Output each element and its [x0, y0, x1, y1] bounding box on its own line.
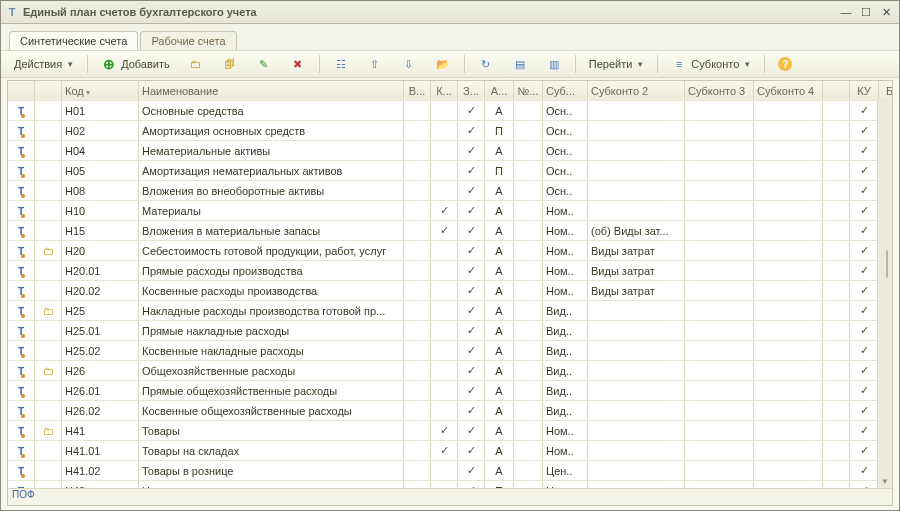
actions-menu[interactable]: Действия▼ — [7, 53, 81, 75]
level-up-button[interactable]: ⇧ — [360, 53, 390, 75]
table-row[interactable]: ТН02Амортизация основных средств✓ПОсн..✓… — [8, 121, 892, 141]
table-row[interactable]: ТН20.01Прямые расходы производства✓АНом.… — [8, 261, 892, 281]
col-folder[interactable] — [35, 81, 62, 101]
table-row[interactable]: ТН26.01Прямые общехозяйственные расходы✓… — [8, 381, 892, 401]
col-sub2[interactable]: Субконто 2 — [588, 81, 685, 101]
table-row[interactable]: ТН41.01Товары на складах✓✓АНом..✓✓✓ — [8, 441, 892, 461]
table-row[interactable]: ТН15Вложения в материальные запасы✓✓АНом… — [8, 221, 892, 241]
row-icon-cell: Т — [8, 161, 35, 181]
table-row[interactable]: Т🗀Н25Накладные расходы производства гото… — [8, 301, 892, 321]
separator — [764, 55, 765, 73]
s1-cell: Вид.. — [543, 361, 588, 381]
s1-cell: Вид.. — [543, 381, 588, 401]
folder-cell: 🗀 — [35, 301, 62, 321]
vertical-scrollbar[interactable]: ▼ — [877, 101, 892, 488]
col-code[interactable]: Код▾ — [62, 81, 139, 101]
s4-cell — [754, 361, 823, 381]
table-row[interactable]: Т🗀Н20Себестоимость готовой продукции, ра… — [8, 241, 892, 261]
col-z[interactable]: З... — [458, 81, 485, 101]
col-bu[interactable]: БУ — [879, 81, 893, 101]
col-sub4[interactable]: Субконто 4 — [754, 81, 823, 101]
col-gap[interactable] — [823, 81, 850, 101]
table-row[interactable]: ТН25.02Косвенные накладные расходы✓АВид.… — [8, 341, 892, 361]
help-button[interactable]: ? — [771, 53, 799, 75]
s1-cell: Ном.. — [543, 241, 588, 261]
v-cell — [404, 181, 431, 201]
v-cell — [404, 341, 431, 361]
gap-cell — [823, 161, 850, 181]
refresh-button[interactable]: ↻ — [471, 53, 501, 75]
s4-cell — [754, 261, 823, 281]
col-a[interactable]: А... — [485, 81, 514, 101]
code-cell: Н41.02 — [62, 461, 139, 481]
account-icon: Т — [18, 206, 24, 217]
table-row[interactable]: ТН05Амортизация нематериальных активов✓П… — [8, 161, 892, 181]
hierarchy-button[interactable]: ☷ — [326, 53, 356, 75]
table-row[interactable]: ТН20.02Косвенные расходы производства✓АН… — [8, 281, 892, 301]
ku-cell: ✓ — [850, 421, 879, 441]
goto-menu[interactable]: Перейти▼ — [582, 53, 652, 75]
ku-cell: ✓ — [850, 461, 879, 481]
s4-cell — [754, 321, 823, 341]
move-button[interactable]: 📂 — [428, 53, 458, 75]
table-row[interactable]: ТН10Материалы✓✓АНом..✓✓✓ — [8, 201, 892, 221]
delete-button[interactable]: ✖ — [283, 53, 313, 75]
row-icon-cell: Т — [8, 221, 35, 241]
z-cell: ✓ — [458, 121, 485, 141]
ku-cell: ✓ — [850, 201, 879, 221]
col-n[interactable]: №... — [514, 81, 543, 101]
scroll-thumb[interactable] — [886, 250, 888, 278]
s1-cell: Вид.. — [543, 341, 588, 361]
s1-cell: Ном.. — [543, 421, 588, 441]
table-row[interactable]: ТН04Нематериальные активы✓АОсн..✓✓✓ — [8, 141, 892, 161]
a-cell: А — [485, 221, 514, 241]
col-sub1[interactable]: Суб... — [543, 81, 588, 101]
table-row[interactable]: ТН42Наценка на товары✓ПЦен..✓✓✓ — [8, 481, 892, 489]
table-row[interactable]: ТН25.01Прямые накладные расходы✓АВид..✓✓… — [8, 321, 892, 341]
tab-label: Синтетические счета — [20, 35, 127, 47]
table-row[interactable]: ТН26.02Косвенные общехозяйственные расхо… — [8, 401, 892, 421]
maximize-button[interactable]: ☐ — [857, 5, 875, 19]
col-v[interactable]: В... — [404, 81, 431, 101]
level-down-button[interactable]: ⇩ — [394, 53, 424, 75]
edit-button[interactable]: ✎ — [249, 53, 279, 75]
tab-synthetic[interactable]: Синтетические счета — [9, 31, 138, 50]
table-row[interactable]: Т🗀Н41Товары✓✓АНом..✓✓✓ — [8, 421, 892, 441]
close-button[interactable]: ✕ — [877, 5, 895, 19]
add-copy-button[interactable]: 🗐 — [215, 53, 245, 75]
account-icon: Т — [18, 166, 24, 177]
s3-cell — [685, 121, 754, 141]
subkonto-menu[interactable]: ≡Субконто▼ — [664, 53, 758, 75]
scroll-down-arrow[interactable]: ▼ — [878, 474, 892, 488]
row-icon-cell: Т — [8, 181, 35, 201]
add-group-button[interactable]: 🗀 — [181, 53, 211, 75]
folder-icon: 🗀 — [43, 305, 54, 317]
s2-cell — [588, 361, 685, 381]
name-cell: Вложения в материальные запасы — [139, 221, 404, 241]
col-k[interactable]: К... — [431, 81, 458, 101]
filter-button[interactable]: ▤ — [505, 53, 535, 75]
k-cell — [431, 261, 458, 281]
table-row[interactable]: Т🗀Н26Общехозяйственные расходы✓АВид..✓✓✓ — [8, 361, 892, 381]
table-header: Код▾ Наименование В... К... З... А... №.… — [8, 81, 892, 101]
v-cell — [404, 221, 431, 241]
table-row[interactable]: ТН01Основные средства✓АОсн..✓✓✓ — [8, 101, 892, 121]
table-row[interactable]: ТН41.02Товары в рознице✓АЦен..✓✓✓ — [8, 461, 892, 481]
minimize-button[interactable]: — — [837, 5, 855, 19]
name-cell: Товары в рознице — [139, 461, 404, 481]
code-cell: Н42 — [62, 481, 139, 489]
n-cell — [514, 401, 543, 421]
col-name[interactable]: Наименование — [139, 81, 404, 101]
col-ku[interactable]: КУ — [850, 81, 879, 101]
data-grid[interactable]: Код▾ Наименование В... К... З... А... №.… — [8, 81, 892, 488]
tab-working[interactable]: Рабочие счета — [140, 31, 236, 50]
add-button[interactable]: ⊕Добавить — [94, 53, 177, 75]
z-cell: ✓ — [458, 441, 485, 461]
filter-off-button[interactable]: ▥ — [539, 53, 569, 75]
folder-cell — [35, 281, 62, 301]
move-icon: 📂 — [435, 56, 451, 72]
col-marker[interactable] — [8, 81, 35, 101]
col-sub3[interactable]: Субконто 3 — [685, 81, 754, 101]
s2-cell — [588, 441, 685, 461]
table-row[interactable]: ТН08Вложения во внеоборотные активы✓АОсн… — [8, 181, 892, 201]
